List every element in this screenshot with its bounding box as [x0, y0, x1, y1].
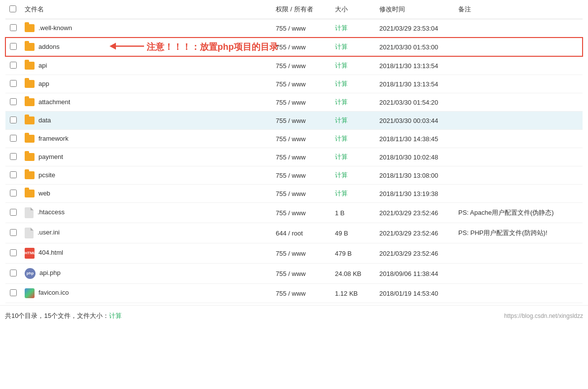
file-name-label: data	[38, 117, 51, 124]
row-checkbox[interactable]	[10, 209, 17, 216]
file-table: 文件名 权限 / 所有者 大小 修改时间 备注 .well-known755 /…	[5, 0, 583, 303]
ico-file-icon	[25, 288, 35, 298]
row-checkbox[interactable]	[10, 270, 17, 276]
file-name-label: .user.ini	[37, 229, 60, 236]
row-checkbox-cell	[5, 264, 21, 284]
file-name-label: .htaccess	[37, 208, 65, 216]
header-note: 备注	[454, 0, 583, 19]
row-note	[454, 56, 583, 75]
table-row: favicon.ico755 / www1.12 KB2018/01/19 14…	[5, 284, 583, 303]
row-name-cell: app	[21, 75, 272, 93]
row-size: 计算	[331, 112, 375, 130]
calc-size-link[interactable]: 计算	[335, 43, 348, 50]
footer-site: https://blog.csdn.net/xingsldzz	[504, 312, 583, 319]
calc-size-link[interactable]: 计算	[335, 62, 348, 69]
calc-size-link[interactable]: 计算	[335, 153, 348, 160]
row-name-cell: .well-known	[21, 19, 272, 38]
folder-icon	[25, 43, 35, 51]
row-date: 2021/03/30 00:03:44	[375, 112, 454, 130]
table-row: payment755 / www计算2018/10/30 10:02:48	[5, 148, 583, 166]
file-name-label: framework	[38, 135, 69, 142]
row-name-cell: web	[21, 185, 272, 203]
row-size: 479 B	[331, 243, 375, 264]
row-name-cell: attachment	[21, 93, 272, 112]
row-checkbox-cell	[5, 112, 21, 130]
row-note	[454, 112, 583, 130]
row-date: 2018/11/30 13:13:54	[375, 56, 454, 75]
row-note	[454, 148, 583, 166]
row-checkbox[interactable]	[10, 171, 17, 178]
footer-calc-link[interactable]: 计算	[109, 312, 122, 319]
table-row: .user.ini644 / root49 B2021/03/29 23:52:…	[5, 223, 583, 243]
row-note	[454, 185, 583, 203]
row-checkbox[interactable]	[10, 43, 17, 50]
row-checkbox[interactable]	[10, 289, 17, 296]
folder-icon	[25, 153, 35, 161]
row-size: 计算	[331, 166, 375, 185]
file-name-label: addons	[38, 43, 60, 50]
row-checkbox[interactable]	[10, 98, 17, 105]
folder-icon	[25, 117, 35, 124]
calc-size-link[interactable]: 计算	[335, 190, 348, 197]
row-note	[454, 19, 583, 38]
row-date: 2021/03/29 23:52:46	[375, 223, 454, 243]
generic-file-icon	[25, 228, 34, 238]
row-size: 计算	[331, 19, 375, 38]
row-name-cell: data	[21, 112, 272, 130]
row-checkbox[interactable]	[10, 229, 17, 236]
calc-size-link[interactable]: 计算	[335, 171, 348, 179]
row-checkbox[interactable]	[10, 135, 17, 142]
row-checkbox[interactable]	[10, 117, 17, 123]
row-permission: 755 / www	[272, 203, 331, 223]
table-row: web755 / www计算2018/11/30 13:19:38	[5, 185, 583, 203]
row-size: 24.08 KB	[331, 264, 375, 284]
calc-size-link[interactable]: 计算	[335, 98, 348, 106]
calc-size-link[interactable]: 计算	[335, 135, 348, 142]
row-permission: 755 / www	[272, 56, 331, 75]
row-checkbox[interactable]	[10, 153, 17, 160]
row-checkbox[interactable]	[10, 24, 17, 31]
table-row: .well-known755 / www计算2021/03/29 23:53:0…	[5, 19, 583, 38]
row-permission: 755 / www	[272, 38, 331, 56]
row-date: 2018/09/06 11:38:44	[375, 264, 454, 284]
folder-icon	[25, 135, 35, 143]
row-checkbox[interactable]	[10, 62, 17, 69]
row-date: 2018/11/30 13:19:38	[375, 185, 454, 203]
row-permission: 755 / www	[272, 264, 331, 284]
calc-size-link[interactable]: 计算	[335, 24, 348, 32]
table-row: phpapi.php755 / www24.08 KB2018/09/06 11…	[5, 264, 583, 284]
generic-file-icon	[25, 207, 34, 218]
row-note	[454, 264, 583, 284]
row-note: PS: PHP用户配置文件(防跨站)!	[454, 223, 583, 243]
table-row: data755 / www计算2021/03/30 00:03:44	[5, 112, 583, 130]
row-name-cell: pcsite	[21, 166, 272, 185]
row-checkbox[interactable]	[10, 249, 17, 256]
row-note	[454, 166, 583, 185]
row-permission: 755 / www	[272, 93, 331, 112]
folder-icon	[25, 98, 35, 106]
row-name-cell: framework	[21, 130, 272, 148]
footer-bar: 共10个目录，15个文件，文件大小：计算 https://blog.csdn.n…	[0, 305, 588, 326]
row-name-cell: api	[21, 56, 272, 75]
file-name-label: pcsite	[38, 171, 55, 179]
row-name-cell: addons 注意！！！：放置php项目的目录	[21, 38, 272, 56]
row-permission: 644 / root	[272, 223, 331, 243]
row-date: 2021/03/29 23:52:46	[375, 243, 454, 264]
row-checkbox[interactable]	[10, 190, 17, 196]
table-row: attachment755 / www计算2021/03/30 01:54:20	[5, 93, 583, 112]
file-name-label: attachment	[38, 98, 70, 106]
row-note	[454, 243, 583, 264]
row-size: 计算	[331, 130, 375, 148]
calc-size-link[interactable]: 计算	[335, 117, 348, 124]
row-permission: 755 / www	[272, 75, 331, 93]
row-name-cell: phpapi.php	[21, 264, 272, 284]
row-checkbox[interactable]	[10, 80, 17, 87]
calc-size-link[interactable]: 计算	[335, 80, 348, 87]
row-date: 2018/10/30 10:02:48	[375, 148, 454, 166]
file-name-label: 404.html	[38, 249, 63, 256]
php-file-icon: php	[25, 268, 36, 279]
row-checkbox-cell	[5, 148, 21, 166]
select-all-checkbox[interactable]	[9, 5, 16, 12]
file-name-label: favicon.ico	[38, 289, 69, 296]
header-permission: 权限 / 所有者	[272, 0, 331, 19]
